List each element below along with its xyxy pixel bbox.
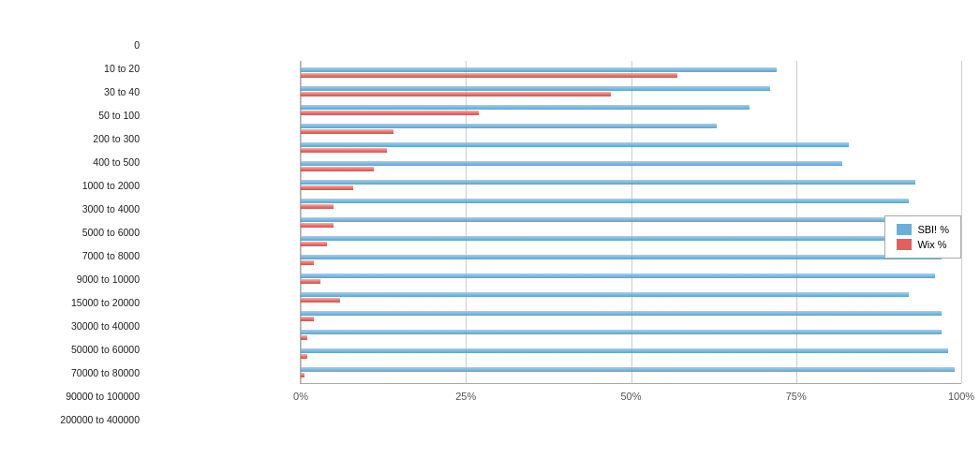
bar-sbi: [301, 255, 942, 259]
bar-sbi: [301, 142, 849, 147]
chart-area: 0%25%50%75%100%: [300, 61, 961, 384]
bar-group: [301, 158, 961, 174]
bar-group: [301, 289, 961, 305]
bar-group: [301, 121, 961, 137]
bar-group: [301, 196, 961, 212]
legend-label: SBI! %: [917, 224, 949, 235]
y-label: 15000 to 20000: [0, 292, 145, 312]
bar-sbi: [301, 199, 909, 203]
bar-wix: [301, 242, 327, 246]
legend-item: SBI! %: [897, 224, 949, 235]
bar-sbi: [301, 273, 935, 278]
bar-wix: [301, 111, 479, 115]
y-label: 3000 to 4000: [0, 199, 145, 218]
bar-wix: [301, 167, 374, 171]
bar-wix: [301, 73, 677, 78]
bar-wix: [301, 185, 353, 190]
bar-wix: [301, 335, 307, 340]
bar-sbi: [301, 86, 770, 91]
bar-sbi: [301, 105, 750, 110]
x-axis-label: 75%: [786, 391, 807, 402]
bar-wix: [301, 298, 340, 303]
bar-sbi: [301, 311, 942, 316]
bar-group: [301, 252, 961, 268]
bars-wrapper: [301, 61, 961, 383]
y-label: 30 to 40: [0, 81, 145, 101]
y-label: 70000 to 80000: [0, 362, 145, 382]
bar-sbi: [301, 292, 909, 297]
y-label: 7000 to 8000: [0, 245, 145, 265]
x-axis-label: 25%: [455, 391, 476, 402]
bar-sbi: [301, 348, 948, 353]
bar-sbi: [301, 330, 942, 334]
bar-group: [301, 83, 961, 99]
bar-wix: [301, 260, 314, 265]
y-label: 50 to 100: [0, 105, 145, 125]
legend-color-box: [897, 239, 912, 250]
grid-line: [961, 61, 962, 383]
bar-group: [301, 177, 961, 193]
bar-sbi: [301, 161, 842, 166]
bar-wix: [301, 148, 387, 153]
bar-wix: [301, 204, 334, 209]
bar-sbi: [301, 236, 948, 241]
bar-wix: [301, 129, 393, 134]
x-axis-label: 0%: [293, 391, 308, 402]
y-label: 5000 to 6000: [0, 222, 145, 242]
y-label: 50000 to 60000: [0, 339, 145, 359]
legend: SBI! %Wix %: [884, 215, 961, 259]
legend-item: Wix %: [897, 239, 949, 250]
x-axis-label: 100%: [948, 391, 974, 402]
bar-wix: [301, 373, 304, 377]
legend-label: Wix %: [917, 239, 946, 250]
x-axis-label: 50%: [620, 391, 641, 402]
bar-wix: [301, 317, 314, 321]
bar-wix: [301, 279, 320, 284]
chart-container: 010 to 2030 to 4050 to 100200 to 300400 …: [0, 0, 980, 473]
bar-group: [301, 308, 961, 324]
bar-group: [301, 102, 961, 118]
bar-group: [301, 271, 961, 287]
y-label: 200000 to 400000: [0, 409, 145, 429]
bar-group: [301, 140, 961, 155]
bar-wix: [301, 354, 307, 359]
y-label: 10 to 20: [0, 58, 145, 78]
bar-sbi: [301, 67, 777, 72]
bar-group: [301, 65, 961, 81]
bar-group: [301, 233, 961, 249]
bar-group: [301, 346, 961, 362]
y-label: 30000 to 40000: [0, 316, 145, 335]
bar-sbi: [301, 367, 955, 372]
bar-sbi: [301, 124, 717, 128]
legend-color-box: [897, 224, 912, 235]
bar-sbi: [301, 217, 888, 222]
y-label: 1000 to 2000: [0, 175, 145, 195]
y-label: 200 to 300: [0, 128, 145, 148]
bar-group: [301, 327, 961, 343]
bar-group: [301, 214, 961, 230]
y-label: 9000 to 10000: [0, 269, 145, 288]
bar-wix: [301, 92, 611, 96]
bar-wix: [301, 223, 334, 228]
y-axis-labels: 010 to 2030 to 4050 to 100200 to 300400 …: [0, 33, 145, 431]
y-label: 400 to 500: [0, 152, 145, 171]
bar-sbi: [301, 180, 915, 185]
bar-group: [301, 364, 961, 380]
y-label: 0: [0, 35, 145, 54]
y-label: 90000 to 100000: [0, 386, 145, 406]
